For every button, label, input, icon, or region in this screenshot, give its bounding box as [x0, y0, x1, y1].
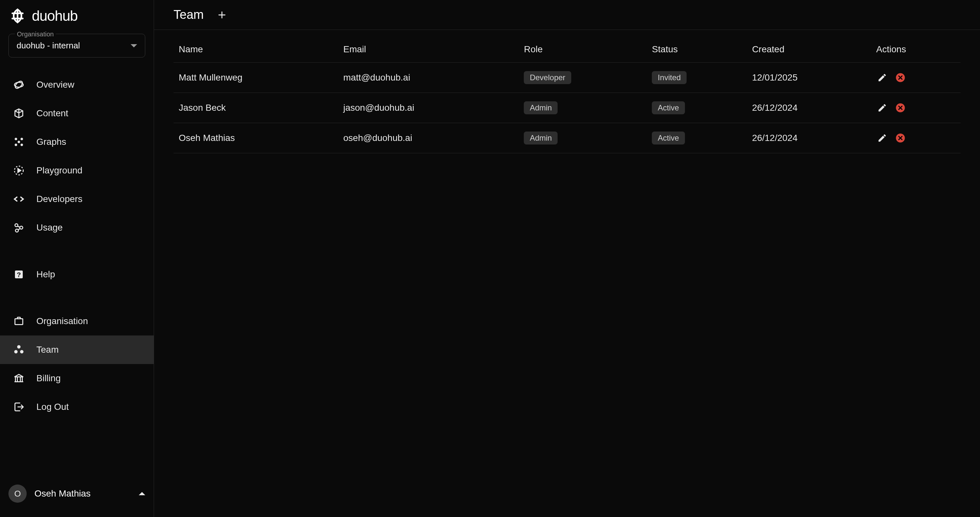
usage-icon	[13, 222, 25, 233]
main: Team NameEmailRoleStatusCreatedActions M…	[154, 0, 980, 517]
svg-point-9	[20, 226, 23, 229]
playground-icon	[13, 165, 25, 176]
cell-actions	[871, 123, 961, 153]
sidebar-item-developers[interactable]: Developers	[0, 185, 154, 213]
sidebar-item-overview[interactable]: Overview	[0, 70, 154, 99]
cell-role: Admin	[519, 123, 647, 153]
status-badge: Active	[652, 132, 685, 144]
cell-role: Developer	[519, 63, 647, 93]
column-header: Created	[747, 36, 871, 63]
logout-icon	[13, 401, 25, 413]
column-header: Status	[647, 36, 747, 63]
sidebar-item-label: Organisation	[37, 316, 88, 327]
svg-point-14	[17, 345, 21, 349]
app-name: duohub	[32, 8, 78, 24]
user-name: Oseh Mathias	[35, 488, 131, 499]
cell-name: Matt Mullenweg	[173, 63, 338, 93]
cell-created: 26/12/2024	[747, 93, 871, 123]
edit-button[interactable]	[877, 102, 888, 114]
cell-actions	[871, 93, 961, 123]
svg-point-6	[18, 141, 20, 143]
developers-icon	[13, 193, 25, 205]
avatar-initial: O	[14, 489, 21, 499]
svg-point-16	[20, 350, 24, 354]
user-menu[interactable]: O Oseh Mathias	[0, 478, 154, 509]
sidebar-item-label: Developers	[37, 194, 83, 204]
overview-icon	[13, 79, 25, 90]
cell-actions	[871, 63, 961, 93]
cell-email: matt@duohub.ai	[338, 63, 519, 93]
role-badge: Developer	[524, 71, 571, 84]
graphs-icon	[13, 136, 25, 148]
cell-role: Admin	[519, 93, 647, 123]
role-badge: Admin	[524, 132, 558, 144]
org-selected-value: duohub - internal	[17, 41, 80, 51]
status-badge: Invited	[652, 71, 687, 84]
sidebar-item-playground[interactable]: Playground	[0, 156, 154, 185]
logo-icon	[10, 8, 25, 24]
nav-tertiary: OrganisationTeamBillingLog Out	[0, 307, 154, 421]
column-header: Name	[173, 36, 338, 63]
nav-secondary: ?Help	[0, 260, 154, 289]
cell-email: oseh@duohub.ai	[338, 123, 519, 153]
svg-point-4	[14, 144, 17, 146]
table-row: Matt Mullenwegmatt@duohub.aiDeveloperInv…	[173, 63, 961, 93]
sidebar-item-label: Overview	[37, 79, 75, 90]
table-row: Oseh Mathiasoseh@duohub.aiAdminActive26/…	[173, 123, 961, 153]
svg-point-15	[14, 350, 18, 354]
sidebar-item-label: Billing	[37, 373, 61, 384]
organisation-icon	[13, 315, 25, 327]
logo-row: duohub	[0, 8, 154, 34]
sidebar-item-label: Usage	[37, 222, 63, 233]
add-team-member-button[interactable]	[215, 8, 228, 21]
sidebar-item-label: Team	[37, 344, 59, 355]
svg-point-3	[21, 138, 23, 140]
table-row: Jason Beckjason@duohub.aiAdminActive26/1…	[173, 93, 961, 123]
avatar: O	[8, 485, 27, 503]
edit-button[interactable]	[877, 132, 888, 144]
sidebar-item-content[interactable]: Content	[0, 99, 154, 128]
svg-rect-13	[15, 319, 23, 325]
sidebar-item-label: Graphs	[37, 137, 66, 147]
delete-button[interactable]	[894, 102, 906, 114]
help-icon: ?	[13, 268, 25, 280]
cell-name: Oseh Mathias	[173, 123, 338, 153]
cell-status: Active	[647, 123, 747, 153]
cell-created: 26/12/2024	[747, 123, 871, 153]
column-header: Email	[338, 36, 519, 63]
sidebar-item-graphs[interactable]: Graphs	[0, 128, 154, 156]
nav-primary: OverviewContentGraphsPlaygroundDeveloper…	[0, 70, 154, 242]
svg-text:?: ?	[17, 271, 21, 278]
sidebar-item-label: Playground	[37, 165, 83, 176]
cell-email: jason@duohub.ai	[338, 93, 519, 123]
sidebar-item-label: Content	[37, 108, 68, 119]
delete-button[interactable]	[894, 72, 906, 84]
sidebar-item-organisation[interactable]: Organisation	[0, 307, 154, 335]
column-header: Actions	[871, 36, 961, 63]
sidebar-item-label: Help	[37, 269, 55, 280]
table-container: NameEmailRoleStatusCreatedActions Matt M…	[154, 30, 980, 160]
edit-button[interactable]	[877, 72, 888, 84]
cell-name: Jason Beck	[173, 93, 338, 123]
page-title: Team	[173, 8, 204, 22]
sidebar-item-usage[interactable]: Usage	[0, 213, 154, 242]
cell-created: 12/01/2025	[747, 63, 871, 93]
sidebar-item-help[interactable]: ?Help	[0, 260, 154, 289]
sidebar-item-team[interactable]: Team	[0, 335, 154, 364]
sidebar-item-label: Log Out	[37, 402, 69, 412]
svg-point-2	[14, 138, 17, 140]
delete-button[interactable]	[894, 132, 906, 144]
team-table: NameEmailRoleStatusCreatedActions Matt M…	[173, 36, 961, 153]
chevron-up-icon	[139, 492, 145, 495]
billing-icon	[13, 373, 25, 384]
svg-point-5	[21, 144, 23, 146]
role-badge: Admin	[524, 101, 558, 114]
cell-status: Invited	[647, 63, 747, 93]
sidebar-item-logout[interactable]: Log Out	[0, 393, 154, 421]
column-header: Role	[519, 36, 647, 63]
svg-point-1	[14, 80, 24, 90]
sidebar-item-billing[interactable]: Billing	[0, 364, 154, 393]
sidebar: duohub Organisation duohub - internal Ov…	[0, 0, 154, 517]
status-badge: Active	[652, 101, 685, 114]
team-icon	[13, 344, 25, 355]
